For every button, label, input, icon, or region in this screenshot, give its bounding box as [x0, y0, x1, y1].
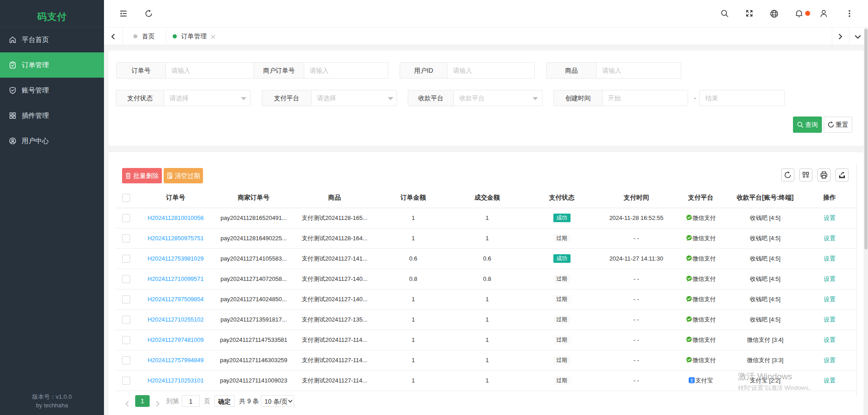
svg-text:支: 支	[689, 377, 694, 382]
